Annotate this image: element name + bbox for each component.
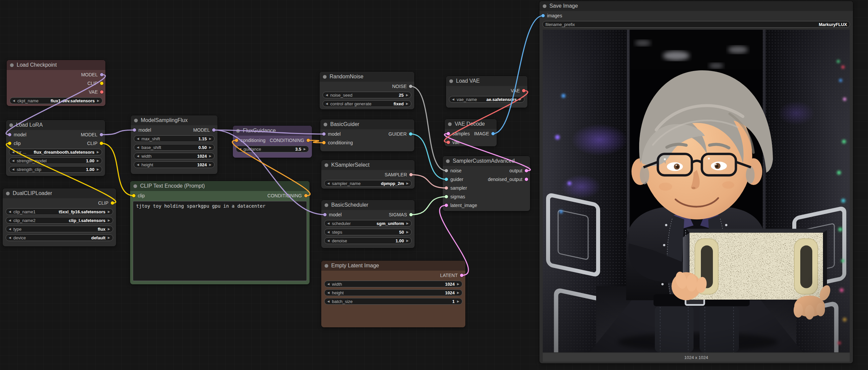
type-widget[interactable]: ◀typeflux▶	[6, 226, 113, 232]
LATENT-output-port[interactable]	[460, 274, 463, 277]
width-widget[interactable]: ◀width1024▶	[324, 281, 462, 287]
collapse-dot-icon[interactable]	[9, 123, 13, 127]
decrement-arrow-icon[interactable]: ◀	[327, 300, 330, 303]
steps-widget[interactable]: ◀steps50▶	[324, 229, 412, 235]
decrement-arrow-icon[interactable]: ◀	[137, 137, 139, 140]
denoised_output-output-port[interactable]	[525, 178, 528, 181]
decrement-arrow-icon[interactable]: ◀	[327, 291, 330, 294]
MODEL-output-port[interactable]	[100, 133, 103, 136]
node-empty_latent[interactable]: Empty Latent ImageLATENT◀width1024▶◀heig…	[321, 261, 465, 327]
vae-input-port[interactable]	[447, 141, 450, 144]
increment-arrow-icon[interactable]: ▶	[97, 168, 99, 171]
guidance-widget[interactable]: ◀guidance3.5▶	[236, 146, 309, 152]
node-basic_scheduler[interactable]: BasicSchedulermodelSIGMAS◀schedulersgm_u…	[321, 200, 415, 248]
base-shift-widget[interactable]: ◀base_shift0.50▶	[134, 144, 215, 151]
conditioning-input-port[interactable]	[235, 139, 238, 142]
increment-arrow-icon[interactable]: ▶	[406, 102, 408, 105]
increment-arrow-icon[interactable]: ▶	[406, 94, 408, 97]
decrement-arrow-icon[interactable]: ◀	[12, 159, 14, 162]
decrement-arrow-icon[interactable]: ◀	[452, 98, 454, 101]
decrement-arrow-icon[interactable]: ◀	[9, 219, 11, 222]
increment-arrow-icon[interactable]: ▶	[108, 236, 110, 239]
noise-input-port[interactable]	[445, 169, 448, 172]
device-widget[interactable]: ◀devicedefault▶	[6, 234, 113, 241]
SIGMAS-output-port[interactable]	[409, 213, 413, 216]
VAE-output-port[interactable]	[522, 89, 525, 92]
node-titlebar[interactable]: Load LoRA	[6, 120, 105, 130]
GUIDER-output-port[interactable]	[409, 132, 412, 136]
node-titlebar[interactable]: BasicScheduler	[321, 200, 415, 210]
node-basic_guider[interactable]: BasicGuidermodelGUIDERconditioning	[320, 119, 414, 152]
decrement-arrow-icon[interactable]: ◀	[326, 94, 328, 97]
increment-arrow-icon[interactable]: ▶	[304, 148, 306, 151]
collapse-dot-icon[interactable]	[543, 4, 547, 8]
control-after-generate-widget[interactable]: ◀control after generatefixed▶	[322, 100, 411, 107]
decrement-arrow-icon[interactable]: ◀	[239, 148, 241, 151]
node-titlebar[interactable]: KSamplerSelect	[321, 160, 415, 170]
decrement-arrow-icon[interactable]: ◀	[137, 163, 139, 166]
sampler-input-port[interactable]	[445, 186, 448, 190]
increment-arrow-icon[interactable]: ▶	[406, 182, 409, 185]
vae-name-widget[interactable]: ◀vae_nameae.safetensors▶	[449, 96, 524, 103]
samples-input-port[interactable]	[447, 132, 450, 135]
sampler-name-widget[interactable]: ◀sampler_namedpmpp_2m▶	[324, 180, 412, 187]
decrement-arrow-icon[interactable]: ◀	[327, 222, 330, 225]
collapse-dot-icon[interactable]	[450, 79, 453, 83]
collapse-dot-icon[interactable]	[324, 203, 328, 207]
increment-arrow-icon[interactable]: ▶	[209, 146, 212, 149]
node-load_checkpoint[interactable]: Load CheckpointMODELCLIPVAE◀ckpt_nameflu…	[7, 60, 105, 106]
model-input-port[interactable]	[8, 133, 11, 136]
decrement-arrow-icon[interactable]: ◀	[327, 239, 330, 242]
VAE-output-port[interactable]	[100, 90, 103, 94]
CLIP-output-port[interactable]	[100, 82, 103, 85]
collapse-dot-icon[interactable]	[324, 163, 328, 167]
node-titlebar[interactable]: Load VAE	[446, 76, 527, 86]
prompt-textarea[interactable]: tjtoy toy holding sparkgpu gpu in a data…	[133, 201, 307, 281]
NOISE-output-port[interactable]	[409, 85, 412, 88]
increment-arrow-icon[interactable]: ▶	[406, 222, 409, 225]
decrement-arrow-icon[interactable]: ◀	[12, 168, 14, 171]
node-graph-canvas[interactable]: Load CheckpointMODELCLIPVAE◀ckpt_nameflu…	[0, 0, 868, 370]
node-random_noise[interactable]: RandomNoiseNOISE◀noise_seed25▶◀control a…	[319, 72, 414, 109]
node-ksampler_select[interactable]: KSamplerSelectSAMPLER◀sampler_namedpmpp_…	[321, 160, 415, 189]
decrement-arrow-icon[interactable]: ◀	[13, 99, 15, 102]
node-flux_guidance[interactable]: FluxGuidanceconditioningCONDITIONING◀gui…	[233, 126, 312, 158]
batch-size-widget[interactable]: ◀batch_size1▶	[324, 298, 462, 305]
CLIP-output-port[interactable]	[100, 142, 103, 145]
CLIP-output-port[interactable]	[111, 201, 114, 205]
node-dual_clip[interactable]: DualCLIPLoaderCLIP◀clip_name1t5xxl_fp16.…	[3, 188, 116, 246]
collapse-dot-icon[interactable]	[446, 159, 450, 163]
node-titlebar[interactable]: Load Checkpoint	[7, 60, 105, 70]
node-clip_text[interactable]: CLIP Text Encode (Prompt)clipCONDITIONIN…	[130, 181, 310, 284]
conditioning-input-port[interactable]	[322, 141, 326, 144]
node-titlebar[interactable]: SamplerCustomAdvanced	[443, 156, 530, 166]
increment-arrow-icon[interactable]: ▶	[209, 155, 212, 158]
strength-clip-widget[interactable]: ◀strength_clip1.00▶	[9, 166, 102, 173]
model-input-port[interactable]	[323, 213, 327, 216]
noise-seed-widget[interactable]: ◀noise_seed25▶	[322, 92, 411, 98]
increment-arrow-icon[interactable]: ▶	[519, 98, 521, 101]
max-shift-widget[interactable]: ◀max_shift1.15▶	[134, 135, 215, 142]
output-output-port[interactable]	[525, 169, 528, 172]
decrement-arrow-icon[interactable]: ◀	[326, 102, 328, 105]
node-load_lora[interactable]: Load LoRAmodelMODELclipCLIP◀lor ...flux_…	[6, 120, 105, 176]
node-titlebar[interactable]: ModelSamplingFlux	[131, 115, 217, 125]
increment-arrow-icon[interactable]: ▶	[108, 228, 110, 231]
model-input-port[interactable]	[322, 132, 326, 136]
decrement-arrow-icon[interactable]: ◀	[137, 146, 139, 149]
increment-arrow-icon[interactable]: ▶	[457, 283, 459, 286]
clip-input-port[interactable]	[132, 194, 135, 197]
clip-input-port[interactable]	[8, 142, 11, 145]
ckpt-name-widget[interactable]: ◀ckpt_nameflux1-dev.safetensors▶	[10, 97, 102, 104]
denoise-widget[interactable]: ◀denoise1.00▶	[324, 237, 412, 244]
increment-arrow-icon[interactable]: ▶	[108, 219, 110, 222]
decrement-arrow-icon[interactable]: ◀	[12, 151, 14, 154]
latent_image-input-port[interactable]	[445, 204, 448, 207]
filename-prefix-widget[interactable]: filename_prefixMarkuryFLUX	[542, 21, 850, 28]
sigmas-input-port[interactable]	[445, 195, 448, 198]
decrement-arrow-icon[interactable]: ◀	[9, 228, 11, 231]
height-widget[interactable]: ◀height1024▶	[134, 161, 215, 168]
IMAGE-output-port[interactable]	[491, 132, 495, 135]
SAMPLER-output-port[interactable]	[409, 173, 413, 176]
MODEL-output-port[interactable]	[212, 128, 216, 132]
